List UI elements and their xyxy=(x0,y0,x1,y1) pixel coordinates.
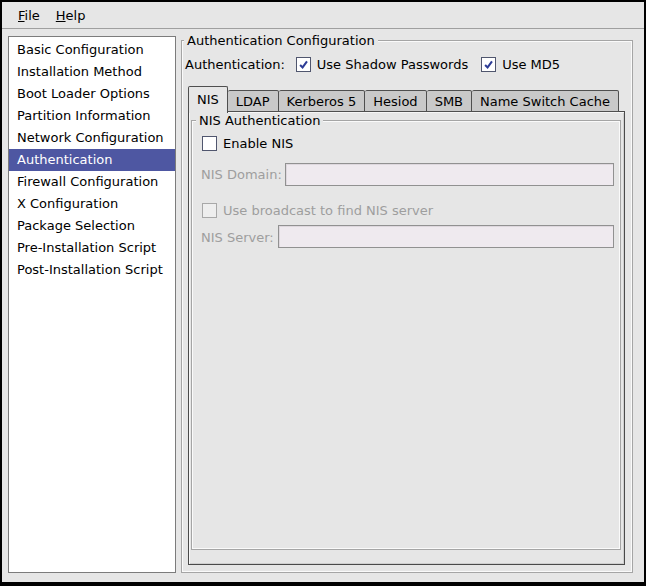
menu-bar: File Help xyxy=(2,2,644,29)
nis-server-input[interactable] xyxy=(278,225,614,248)
frame-title: Authentication Configuration xyxy=(184,33,378,48)
nis-server-label: NIS Server: xyxy=(201,230,274,245)
sidebar-item-partition-information[interactable]: Partition Information xyxy=(9,105,175,127)
authentication-configuration-frame: Authentication Configuration Authenticat… xyxy=(181,40,633,573)
auth-tab-bar: NIS LDAP Kerberos 5 Hesiod SMB Name Swit… xyxy=(188,85,619,112)
menu-help-mnemonic: H xyxy=(56,8,66,23)
use-shadow-passwords-checkbox[interactable] xyxy=(296,57,311,72)
sidebar-item-authentication[interactable]: Authentication xyxy=(9,149,175,171)
tab-name-switch-cache[interactable]: Name Switch Cache xyxy=(472,90,619,112)
check-icon xyxy=(298,59,309,70)
authentication-label: Authentication: xyxy=(185,57,285,72)
menu-file[interactable]: File xyxy=(10,4,48,27)
category-list: Basic Configuration Installation Method … xyxy=(8,36,176,573)
sidebar-item-boot-loader-options[interactable]: Boot Loader Options xyxy=(9,83,175,105)
authentication-options-row: Authentication: Use Shadow Passwords Use… xyxy=(185,56,560,72)
nis-tab-page: NIS Authentication Enable NIS NIS Domain… xyxy=(188,111,625,565)
check-icon xyxy=(483,59,494,70)
tab-hesiod[interactable]: Hesiod xyxy=(365,90,426,112)
tab-kerberos-5[interactable]: Kerberos 5 xyxy=(279,90,366,112)
sidebar-item-pre-installation-script[interactable]: Pre-Installation Script xyxy=(9,237,175,259)
nis-domain-label: NIS Domain: xyxy=(201,167,282,182)
menu-help-rest: elp xyxy=(66,8,86,23)
use-broadcast-checkbox[interactable] xyxy=(202,203,217,218)
enable-nis-label: Enable NIS xyxy=(223,136,293,151)
sidebar-item-x-configuration[interactable]: X Configuration xyxy=(9,193,175,215)
nis-authentication-frame: NIS Authentication Enable NIS NIS Domain… xyxy=(191,120,621,550)
use-broadcast-label: Use broadcast to find NIS server xyxy=(223,203,433,218)
tab-ldap[interactable]: LDAP xyxy=(228,90,279,112)
menu-help[interactable]: Help xyxy=(48,4,94,27)
app-window: File Help Basic Configuration Installati… xyxy=(2,2,644,582)
sidebar-item-post-installation-script[interactable]: Post-Installation Script xyxy=(9,259,175,281)
menu-file-rest: ile xyxy=(25,8,40,23)
enable-nis-checkbox[interactable] xyxy=(202,136,217,151)
sidebar-item-basic-configuration[interactable]: Basic Configuration xyxy=(9,39,175,61)
sidebar-item-installation-method[interactable]: Installation Method xyxy=(9,61,175,83)
sidebar-item-network-configuration[interactable]: Network Configuration xyxy=(9,127,175,149)
use-shadow-passwords-label: Use Shadow Passwords xyxy=(317,57,468,72)
tab-nis[interactable]: NIS xyxy=(188,86,228,113)
enable-nis-row: Enable NIS xyxy=(202,136,293,151)
use-md5-checkbox[interactable] xyxy=(481,57,496,72)
sidebar-item-package-selection[interactable]: Package Selection xyxy=(9,215,175,237)
use-md5-label: Use MD5 xyxy=(502,57,560,72)
tab-smb[interactable]: SMB xyxy=(427,90,472,112)
sidebar-item-firewall-configuration[interactable]: Firewall Configuration xyxy=(9,171,175,193)
nis-frame-title: NIS Authentication xyxy=(196,113,323,128)
broadcast-row: Use broadcast to find NIS server xyxy=(202,203,433,218)
nis-domain-input[interactable] xyxy=(285,163,614,186)
